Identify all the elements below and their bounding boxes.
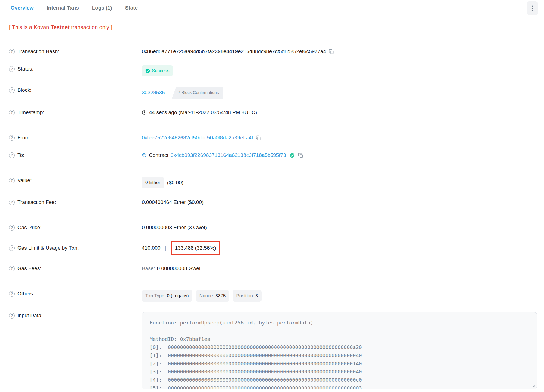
transaction-fee-value: 0.000400464 Ether ($0.00) bbox=[142, 199, 204, 206]
row-label: ? To: bbox=[9, 152, 142, 159]
value-amount-badge: 0 Ether bbox=[142, 177, 164, 188]
row-label: ? Others: bbox=[9, 290, 142, 297]
from-label: From: bbox=[17, 134, 31, 141]
tab-logs[interactable]: Logs (1) bbox=[85, 0, 119, 16]
pipe-separator: | bbox=[165, 244, 166, 252]
section-gas: ? Gas Price: 0.000000003 Ether (3 Gwei) … bbox=[2, 215, 544, 281]
notice-suffix: transaction only ] bbox=[70, 24, 112, 30]
row-from: ? From: 0xfee7522e8482682cf50ddc50a0f8da… bbox=[9, 129, 537, 146]
from-address-link[interactable]: 0xfee7522e8482682cf50ddc50a0f8da2a39effa… bbox=[142, 134, 253, 141]
timestamp-value: 44 secs ago (Mar-11-2022 03:54:48 PM +UT… bbox=[149, 109, 257, 116]
row-timestamp: ? Timestamp: 44 secs ago (Mar-11-2022 03… bbox=[9, 104, 537, 121]
input-data-label: Input Data: bbox=[17, 312, 43, 319]
value-label: Value: bbox=[17, 177, 32, 184]
copy-icon[interactable] bbox=[329, 49, 334, 54]
input-data-line: [0]: 00000000000000000000000000000000000… bbox=[150, 343, 529, 351]
gas-fees-label: Gas Fees: bbox=[17, 265, 41, 272]
input-data-line: [4]: 00000000000000000000000000000000000… bbox=[150, 376, 529, 384]
help-icon[interactable]: ? bbox=[9, 49, 15, 54]
row-gas-limit-usage: ? Gas Limit & Usage by Txn: 410,000 | 13… bbox=[9, 236, 537, 260]
help-icon[interactable]: ? bbox=[9, 135, 15, 141]
row-to: ? To: Contract 0x4cb093f226983713164a621… bbox=[9, 146, 537, 164]
row-label: ? Status: bbox=[9, 65, 142, 72]
help-icon[interactable]: ? bbox=[9, 225, 15, 231]
input-data-line: MethodID: 0x7bbaf1ea bbox=[150, 335, 529, 343]
gas-usage-value: 133,488 (32.56%) bbox=[175, 245, 216, 251]
transaction-hash-value: 0x86ed5a771e725aa94d5b7fa2398e4419e216d8… bbox=[142, 48, 326, 55]
notice-bold: Testnet bbox=[51, 24, 70, 30]
help-icon[interactable]: ? bbox=[9, 291, 15, 297]
row-others: ? Others: Txn Type: 0 (Legacy) Nonce: 33… bbox=[9, 285, 537, 307]
transaction-hash-label: Transaction Hash: bbox=[17, 48, 59, 55]
help-icon[interactable]: ? bbox=[9, 313, 15, 318]
position-name: Position: bbox=[236, 292, 254, 299]
row-label: ? Gas Limit & Usage by Txn: bbox=[9, 244, 142, 252]
copy-icon[interactable] bbox=[256, 135, 261, 140]
zoom-in-icon[interactable] bbox=[142, 153, 147, 158]
txn-type-name: Txn Type: bbox=[145, 292, 165, 299]
row-transaction-fee: ? Transaction Fee: 0.000400464 Ether ($0… bbox=[9, 194, 537, 211]
tab-bar: Overview Internal Txns Logs (1) State ⋮ bbox=[2, 0, 544, 16]
help-icon[interactable]: ? bbox=[9, 245, 15, 251]
tab-internal-txns[interactable]: Internal Txns bbox=[40, 0, 85, 16]
row-gas-price: ? Gas Price: 0.000000003 Ether (3 Gwei) bbox=[9, 219, 537, 236]
section-summary: ? Transaction Hash: 0x86ed5a771e725aa94d… bbox=[2, 39, 544, 125]
input-data-line: [3]: 00000000000000000000000000000000000… bbox=[150, 368, 529, 376]
position-value: 3 bbox=[256, 292, 258, 299]
txn-type-badge: Txn Type: 0 (Legacy) bbox=[142, 290, 192, 302]
value-usd: ($0.00) bbox=[167, 179, 183, 186]
row-gas-fees: ? Gas Fees: Base: 0.000000008 Gwei bbox=[9, 260, 537, 277]
input-data-box[interactable]: Function: performUpkeep(uint256 id, byte… bbox=[142, 312, 537, 389]
block-number-link[interactable]: 30328535 bbox=[142, 89, 165, 96]
input-data-line: Function: performUpkeep(uint256 id, byte… bbox=[150, 319, 529, 327]
row-transaction-hash: ? Transaction Hash: 0x86ed5a771e725aa94d… bbox=[9, 43, 537, 60]
help-icon[interactable]: ? bbox=[9, 87, 15, 93]
section-others-input: ? Others: Txn Type: 0 (Legacy) Nonce: 33… bbox=[2, 281, 544, 392]
input-data-line: [5]: 00000000000000000000000000000000000… bbox=[150, 384, 529, 389]
gas-limit-usage-label: Gas Limit & Usage by Txn: bbox=[17, 244, 79, 252]
section-parties: ? From: 0xfee7522e8482682cf50ddc50a0f8da… bbox=[2, 125, 544, 168]
help-icon[interactable]: ? bbox=[9, 178, 15, 183]
help-icon[interactable]: ? bbox=[9, 110, 15, 115]
others-label: Others: bbox=[17, 290, 34, 297]
block-label: Block: bbox=[17, 87, 32, 94]
gas-price-label: Gas Price: bbox=[17, 224, 42, 231]
gas-fees-base-value: 0.000000008 Gwei bbox=[157, 265, 201, 272]
tab-state[interactable]: State bbox=[119, 0, 144, 16]
to-address-link[interactable]: 0x4cb093f226983713164a62138c3f718a5b595f… bbox=[171, 152, 286, 159]
input-data-line bbox=[150, 327, 529, 335]
resize-handle[interactable] bbox=[531, 384, 535, 388]
help-icon[interactable]: ? bbox=[9, 200, 15, 205]
row-label: ? From: bbox=[9, 134, 142, 141]
kebab-menu-button[interactable]: ⋮ bbox=[527, 1, 538, 15]
check-circle-icon bbox=[145, 69, 150, 73]
tabbar-spacer bbox=[144, 0, 527, 16]
copy-icon[interactable] bbox=[298, 153, 303, 158]
to-label: To: bbox=[17, 152, 24, 159]
transaction-detail-card: Overview Internal Txns Logs (1) State ⋮ … bbox=[2, 0, 544, 392]
notice-prefix: [ This is a Kovan bbox=[9, 24, 51, 30]
block-confirmations-badge: 7 Block Confirmations bbox=[172, 87, 223, 99]
status-value: Success bbox=[152, 67, 169, 74]
clock-icon bbox=[142, 110, 147, 115]
gas-usage-highlight-box: 133,488 (32.56%) bbox=[171, 241, 220, 255]
row-input-data: ? Input Data: Function: performUpkeep(ui… bbox=[9, 307, 537, 392]
section-value: ? Value: 0 Ether ($0.00) ? Transaction F… bbox=[2, 168, 544, 215]
row-label: ? Transaction Hash: bbox=[9, 48, 142, 55]
help-icon[interactable]: ? bbox=[9, 266, 15, 271]
tab-overview[interactable]: Overview bbox=[4, 0, 40, 16]
row-value: ? Value: 0 Ether ($0.00) bbox=[9, 172, 537, 194]
help-icon[interactable]: ? bbox=[9, 152, 15, 158]
row-label: ? Block: bbox=[9, 87, 142, 94]
row-status: ? Status: Success bbox=[9, 60, 537, 81]
help-icon[interactable]: ? bbox=[9, 66, 15, 72]
row-label: ? Gas Price: bbox=[9, 224, 142, 231]
status-badge: Success bbox=[142, 65, 173, 76]
gas-price-value: 0.000000003 Ether (3 Gwei) bbox=[142, 224, 207, 231]
to-kind: Contract bbox=[149, 152, 168, 159]
row-label: ? Value: bbox=[9, 177, 142, 184]
kebab-menu-icon: ⋮ bbox=[529, 5, 535, 12]
verified-check-icon bbox=[290, 153, 295, 158]
timestamp-label: Timestamp: bbox=[17, 109, 44, 116]
status-label: Status: bbox=[17, 65, 33, 72]
